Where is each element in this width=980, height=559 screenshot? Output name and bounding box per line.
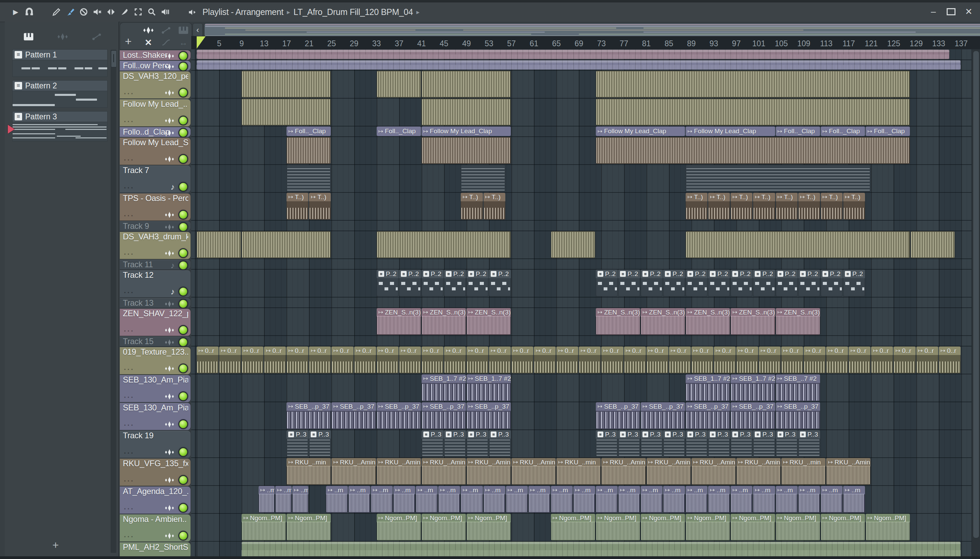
playlist-clip[interactable]: ↦0..r — [287, 346, 308, 373]
playlist-clip[interactable]: ≡P..3 — [618, 430, 640, 457]
playlist-clip[interactable]: ↦ZEN_S..n(3) — [596, 308, 640, 335]
vertical-scrollbar-thumb[interactable] — [973, 51, 979, 538]
slip-icon[interactable] — [105, 6, 117, 18]
playlist-clip[interactable]: ↦SEB_..p_37 — [377, 402, 421, 429]
playlist-clip[interactable]: ≡P..2 — [641, 270, 663, 296]
playlist-clip[interactable]: ≡P..3 — [708, 430, 730, 457]
tool-cut-icon[interactable]: ✕ — [141, 37, 156, 48]
playlist-clip[interactable]: ↦T..) — [287, 193, 308, 220]
playlist-clip[interactable]: ≡P..2 — [399, 270, 421, 296]
playlist-clip[interactable]: ↦SEB_..p_37 — [466, 402, 511, 429]
playlist-clip[interactable]: ≡P..2 — [843, 270, 865, 296]
playlist-clip[interactable] — [686, 231, 910, 258]
playlist-clip[interactable]: ↦..m — [416, 486, 438, 513]
vertical-scrollbar[interactable] — [972, 49, 980, 559]
playlist-overview-scrollbar[interactable] — [204, 23, 980, 37]
track-mute-led[interactable] — [178, 287, 188, 296]
playlist-clip[interactable]: ↦0..r — [556, 346, 578, 373]
playlist-clip[interactable]: ↦..m — [686, 486, 708, 513]
playlist-clip[interactable]: ≡P..3 — [641, 430, 663, 457]
playlist-clip[interactable]: ↦Follow My Lead_Clap — [686, 126, 775, 136]
pattern-title-bar[interactable]: ≡ Pattern 1 — [12, 49, 108, 60]
track-mute-led[interactable] — [178, 210, 188, 220]
playlist-clip[interactable]: ↦T..) — [753, 193, 775, 220]
playlist-clip[interactable]: ↦SEB_..p_37 — [731, 402, 775, 429]
playlist-clip[interactable]: ≡P..2 — [466, 270, 488, 296]
playlist-clip[interactable]: ↦ZEN_S..n(3) — [731, 308, 775, 335]
playlist-clip[interactable] — [242, 99, 331, 126]
track-options-dots[interactable]: ··· — [124, 449, 134, 458]
close-button[interactable]: ✕ — [963, 7, 974, 17]
playlist-clip[interactable]: ↦0..r — [534, 346, 555, 373]
playlist-clip[interactable]: ↦0..r — [916, 346, 938, 373]
playlist-clip[interactable]: ≡P..3 — [596, 430, 618, 457]
playlist-clip[interactable]: ↦0..r — [601, 346, 623, 373]
playlist-clip[interactable]: ↦0..r — [804, 346, 826, 373]
track-header[interactable]: Ngoma - Ambien..··· — [120, 514, 191, 542]
playlist-clip[interactable]: ↦RKU_..min — [287, 458, 331, 485]
playlist-clip[interactable]: ↦RKU_..Amin — [421, 458, 466, 485]
picker-scrollbar[interactable] — [111, 50, 116, 553]
track-mute-led[interactable] — [178, 88, 188, 98]
playlist-clip[interactable]: ↦0..r — [579, 346, 600, 373]
tool-piano-icon[interactable] — [176, 25, 191, 36]
playlist-lane[interactable] — [191, 308, 980, 336]
track-options-dots[interactable]: ··· — [124, 533, 134, 541]
playlist-clip[interactable]: ↦ZEN_S..n(3) — [776, 308, 820, 335]
playlist-clip[interactable]: ↦..m — [326, 486, 348, 513]
tool-stretch-icon[interactable]: ↔ — [176, 37, 191, 48]
playlist-clip[interactable]: ↦Ngom..PM] — [466, 514, 511, 541]
track-header[interactable]: Follow My Lead_S..··· — [120, 138, 191, 165]
track-mute-led[interactable] — [178, 116, 188, 126]
pattern-item[interactable]: ≡ Pattern 1 — [12, 49, 108, 77]
playlist-clip[interactable]: ↦Ngom..PM] — [686, 514, 730, 541]
playlist-lane[interactable] — [191, 259, 980, 270]
playlist-clip[interactable]: ↦ZEN_S..n(3) — [466, 308, 511, 335]
playlist-clip[interactable]: ↦0..r — [759, 346, 781, 373]
playlist-clip[interactable]: ↦SEB_..p_37 — [287, 402, 331, 429]
playlist-clip[interactable]: ↦SEB_..p_37 — [421, 402, 466, 429]
playlist-clip[interactable]: ↦SEB_..7 #2 — [776, 374, 820, 401]
playlist-clip[interactable]: ↦Ngom..PM] — [377, 514, 421, 541]
playlist-clip[interactable]: ↦0..r — [466, 346, 488, 373]
track-mute-led[interactable] — [178, 419, 188, 429]
playlist-clip[interactable]: ↦SEB_..p_37 — [596, 402, 640, 429]
playlist-clip[interactable] — [596, 71, 910, 98]
track-mute-led[interactable] — [178, 61, 188, 71]
playlist-clip[interactable]: ↦Foll.._Clap — [866, 126, 910, 136]
track-header[interactable]: Track 11♪ — [120, 260, 191, 270]
track-mute-led[interactable] — [178, 503, 188, 513]
playlist-clip[interactable]: ↦0..r — [219, 346, 241, 373]
playlist-clip[interactable] — [197, 50, 949, 59]
playlist-clip[interactable]: ↦..m — [461, 486, 483, 513]
playlist-clip[interactable] — [910, 231, 955, 258]
playlist-clip[interactable]: ≡P..3 — [686, 430, 708, 457]
pattern-item[interactable]: ≡ Pattern 2 — [12, 80, 108, 108]
playlist-clip[interactable] — [421, 71, 511, 98]
pattern-preview[interactable] — [12, 91, 108, 108]
playlist-clip[interactable]: ↦0..r — [354, 346, 376, 373]
playlist-clip[interactable]: ≡P..3 — [309, 430, 331, 457]
playlist-clip[interactable]: ≡P..2 — [377, 270, 398, 296]
playlist-clip[interactable]: ↦T..) — [821, 193, 842, 220]
playlist-clip[interactable] — [686, 165, 871, 192]
playlist-clip[interactable]: ↦..m — [596, 486, 618, 513]
playlist-clip[interactable] — [421, 137, 511, 164]
playlist-clip[interactable]: ↦0..r — [691, 346, 713, 373]
playlist-clip[interactable]: ≡P..3 — [731, 430, 752, 457]
playlist-clip[interactable]: ↦SEB_1..7 #2 — [466, 374, 511, 401]
playlist-clip[interactable] — [421, 99, 511, 126]
playlist-lane[interactable] — [191, 297, 980, 308]
add-pattern-button[interactable]: + — [52, 539, 59, 552]
playlist-clip[interactable] — [242, 542, 961, 557]
pattern-title-bar[interactable]: ≡ Pattern 2 — [12, 80, 108, 91]
playlist-clip[interactable]: ↦..m — [484, 486, 505, 513]
playlist-lane[interactable] — [191, 336, 980, 346]
playlist-clip[interactable]: ↦RKU_..min — [781, 458, 826, 485]
track-header[interactable]: AT_Agenda_120_..··· — [120, 486, 191, 514]
tool-wave-icon[interactable] — [141, 25, 156, 36]
playlist-clip[interactable]: ↦0..r — [736, 346, 758, 373]
playlist-clip[interactable]: ↦0..r — [332, 346, 353, 373]
playlist-clip[interactable]: ≡P..3 — [421, 430, 443, 457]
playlist-clip[interactable]: ≡P..3 — [798, 430, 820, 457]
